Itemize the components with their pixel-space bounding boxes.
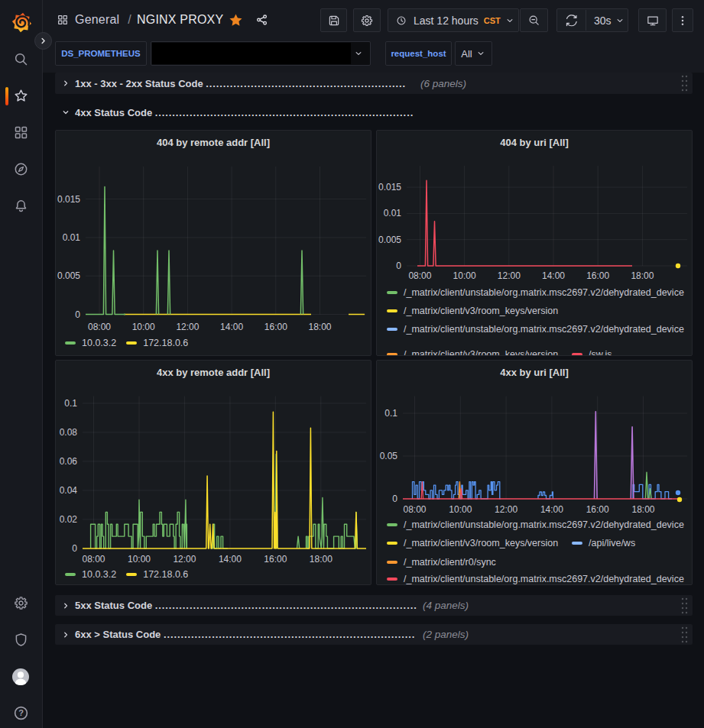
svg-text:14:00: 14:00: [220, 322, 243, 332]
svg-text:14:00: 14:00: [540, 504, 563, 515]
svg-text:16:00: 16:00: [264, 322, 287, 332]
svg-text:0.01: 0.01: [63, 232, 81, 243]
svg-text:08:00: 08:00: [82, 554, 105, 565]
svg-text:0: 0: [75, 309, 80, 320]
svg-text:?: ?: [18, 708, 24, 717]
svg-text:0.015: 0.015: [57, 194, 80, 205]
svg-text:0: 0: [72, 543, 77, 554]
svg-text:18:00: 18:00: [631, 504, 654, 515]
svg-text:12:00: 12:00: [495, 504, 517, 515]
svg-text:14:00: 14:00: [542, 270, 565, 281]
svg-text:10:00: 10:00: [132, 322, 155, 332]
svg-text:0.1: 0.1: [384, 408, 397, 419]
svg-text:0.06: 0.06: [60, 456, 78, 467]
svg-text:18:00: 18:00: [308, 322, 331, 332]
svg-text:0: 0: [392, 493, 397, 504]
svg-text:16:00: 16:00: [586, 270, 609, 281]
svg-text:0.01: 0.01: [384, 208, 402, 218]
svg-text:16:00: 16:00: [586, 504, 609, 515]
svg-text:0.08: 0.08: [60, 427, 78, 438]
svg-text:10:00: 10:00: [449, 504, 472, 515]
svg-text:12:00: 12:00: [176, 322, 199, 332]
svg-text:10:00: 10:00: [453, 270, 476, 281]
svg-text:0.02: 0.02: [60, 514, 78, 525]
svg-text:08:00: 08:00: [408, 270, 431, 281]
svg-text:0: 0: [396, 260, 401, 271]
svg-text:12:00: 12:00: [173, 554, 196, 565]
svg-text:0.1: 0.1: [64, 398, 77, 409]
svg-text:0.015: 0.015: [378, 182, 401, 193]
svg-text:0.005: 0.005: [57, 270, 80, 281]
svg-text:0.05: 0.05: [380, 451, 398, 461]
svg-text:14:00: 14:00: [219, 554, 242, 565]
svg-text:08:00: 08:00: [88, 322, 111, 332]
svg-text:10:00: 10:00: [128, 554, 151, 565]
svg-text:08:00: 08:00: [403, 504, 426, 515]
svg-text:0.04: 0.04: [60, 485, 78, 496]
svg-text:16:00: 16:00: [264, 554, 287, 565]
svg-text:18:00: 18:00: [310, 554, 333, 565]
svg-text:12:00: 12:00: [498, 270, 521, 281]
svg-text:0.005: 0.005: [378, 235, 401, 245]
svg-text:18:00: 18:00: [631, 270, 654, 281]
